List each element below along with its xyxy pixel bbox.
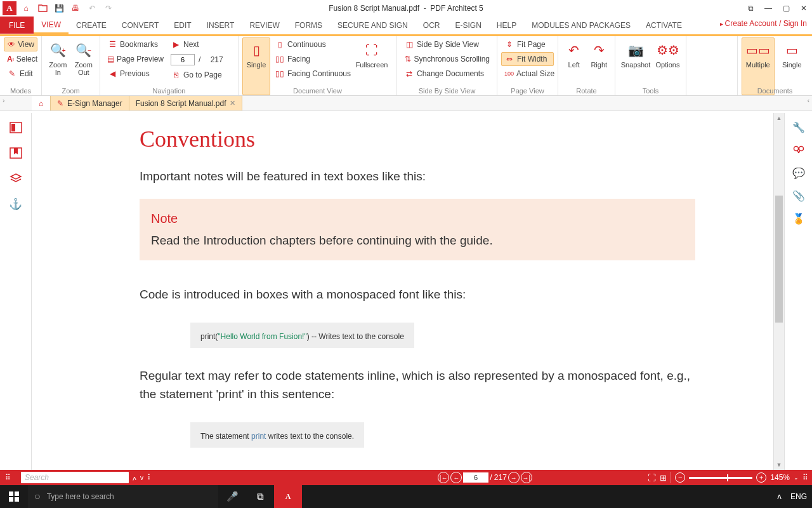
mode-view-button[interactable]: 👁View: [4, 37, 37, 51]
sbs-view-button[interactable]: ◫Side By Side View: [401, 37, 493, 51]
sync-scroll-button[interactable]: ⇅Synchronous Scrolling: [401, 52, 493, 66]
status-page-input[interactable]: [463, 472, 488, 483]
fit-icon[interactable]: ⊞: [660, 473, 667, 483]
tab-home[interactable]: ⌂: [32, 96, 51, 110]
fullscreen-icon[interactable]: ⛶: [648, 473, 656, 483]
last-page-icon[interactable]: →|: [521, 472, 532, 483]
page-nav: |← ← / 217 → →|: [438, 472, 532, 483]
tab-secure[interactable]: SECURE AND SIGN: [330, 17, 416, 34]
zoom-value[interactable]: 145%: [770, 473, 790, 482]
tab-activate[interactable]: ACTIVATE: [638, 17, 690, 34]
tab-review[interactable]: REVIEW: [242, 17, 287, 34]
zoom-in-icon[interactable]: +: [756, 472, 766, 483]
anchor-icon[interactable]: ⚓: [8, 196, 24, 212]
scroll-down-icon[interactable]: ▼: [774, 460, 784, 470]
search-prev-icon[interactable]: ʌ: [133, 474, 136, 481]
layers-icon[interactable]: [8, 170, 24, 187]
actual-size-button[interactable]: 100Actual Size: [501, 67, 554, 81]
search-icon[interactable]: [791, 142, 806, 157]
status-bar: ⠿ Searchʌv⠇ |← ← / 217 → →| ⛶ ⊞ − + 145%…: [0, 470, 812, 485]
print-icon[interactable]: 🖶: [69, 1, 82, 15]
signin-link[interactable]: Create Account / Sign In: [720, 19, 807, 28]
group-pageview-label: Page View: [497, 87, 558, 95]
redo-icon[interactable]: ↷: [102, 1, 115, 15]
comment-icon[interactable]: 💬: [791, 165, 806, 180]
ribbon-toggle-icon[interactable]: ⧉: [742, 1, 759, 15]
mic-icon[interactable]: 🎤: [218, 485, 246, 508]
facing-button[interactable]: ▯▯Facing: [272, 52, 354, 66]
next-page-icon[interactable]: →: [508, 472, 520, 483]
taskview-icon[interactable]: ⧉: [246, 485, 274, 508]
badge-icon[interactable]: 🏅: [791, 211, 806, 226]
facing-continuous-button[interactable]: ▯▯Facing Continuous: [272, 67, 354, 81]
status-dots-icon[interactable]: ⠿: [802, 473, 808, 482]
tab-view[interactable]: VIEW: [34, 17, 69, 34]
tab-forms[interactable]: FORMS: [287, 17, 330, 34]
bookmarks-button[interactable]: ☰Bookmarks: [104, 37, 166, 51]
svg-point-4: [799, 147, 803, 151]
save-icon[interactable]: 💾: [52, 1, 66, 15]
first-page-icon[interactable]: |←: [438, 472, 449, 483]
zoom-dropdown-icon[interactable]: ⌄: [794, 474, 799, 481]
tab-edit[interactable]: EDIT: [166, 17, 199, 34]
search-options-icon[interactable]: ⠇: [147, 473, 153, 482]
tools-icon[interactable]: 🔧: [791, 119, 806, 135]
scroll-up-icon[interactable]: ▲: [774, 113, 784, 123]
tray-expand-icon[interactable]: ʌ: [777, 492, 782, 501]
mode-select-button[interactable]: AISelect: [4, 52, 37, 66]
tab-help[interactable]: HELP: [489, 17, 524, 34]
tab-convert[interactable]: CONVERT: [114, 17, 166, 34]
group-rotate-label: Rotate: [558, 87, 615, 95]
home-icon[interactable]: ⌂: [19, 1, 33, 15]
fit-width-button[interactable]: ⇔Fit Width: [501, 52, 554, 66]
group-sbs-label: Side By Side View: [397, 87, 497, 95]
minimize-icon[interactable]: —: [760, 1, 776, 15]
open-icon[interactable]: [36, 1, 49, 15]
window-title: Fusion 8 Script Manual.pdf - PDF Archite…: [329, 4, 483, 13]
prev-page-icon[interactable]: ←: [450, 472, 462, 483]
svg-rect-10: [15, 497, 19, 502]
maximize-icon[interactable]: ▢: [778, 1, 794, 15]
tab-insert[interactable]: INSERT: [199, 17, 242, 34]
tab-modules[interactable]: MODULES AND PACKAGES: [524, 17, 638, 34]
scroll-thumb[interactable]: [775, 196, 783, 323]
panel-expand-left-icon[interactable]: ›: [3, 97, 4, 104]
tray-lang[interactable]: ENG: [790, 492, 807, 501]
vertical-scrollbar[interactable]: ▲ ▼: [773, 113, 784, 470]
undo-icon[interactable]: ↶: [85, 1, 99, 15]
panel-expand-right-icon[interactable]: ‹: [808, 97, 809, 104]
status-dots-icon[interactable]: ⠿: [5, 473, 11, 482]
taskbar-app-pdfarchitect[interactable]: A: [274, 485, 302, 508]
attachment-icon[interactable]: 📎: [791, 188, 806, 203]
title-bar: A ⌂ 💾 🖶 ↶ ↷ Fusion 8 Script Manual.pdf -…: [0, 0, 812, 17]
page-number-input[interactable]: [171, 54, 195, 65]
tab-esign[interactable]: E-SIGN: [447, 17, 488, 34]
svg-rect-7: [9, 491, 13, 496]
next-button[interactable]: ▶Next: [167, 37, 226, 51]
close-icon[interactable]: ✕: [796, 1, 812, 15]
taskbar-search[interactable]: ○Type here to search: [28, 485, 218, 508]
goto-page-button[interactable]: ⎘Go to Page: [167, 68, 226, 82]
tab-esign-manager[interactable]: ✎E-Sign Manager: [51, 96, 129, 110]
tab-create[interactable]: CREATE: [69, 17, 114, 34]
tab-file[interactable]: FILE: [0, 17, 34, 34]
tab-open-doc[interactable]: Fusion 8 Script Manual.pdf✕: [129, 96, 243, 110]
change-docs-button[interactable]: ⇄Change Documents: [401, 67, 493, 81]
continuous-button[interactable]: ▯Continuous: [272, 37, 354, 51]
start-button[interactable]: [0, 485, 28, 508]
mode-edit-button[interactable]: ✎Edit: [4, 67, 37, 81]
tab-ocr[interactable]: OCR: [416, 17, 448, 34]
fit-page-button[interactable]: ⇕Fit Page: [501, 37, 554, 51]
close-tab-icon[interactable]: ✕: [230, 99, 235, 107]
search-next-icon[interactable]: v: [140, 474, 143, 481]
svg-point-3: [794, 147, 798, 151]
zoom-out-icon[interactable]: −: [675, 472, 685, 483]
thumbnails-icon[interactable]: [8, 119, 24, 136]
group-docview-label: Document View: [239, 87, 396, 95]
zoom-slider[interactable]: [689, 477, 752, 479]
page-preview-button[interactable]: ▤Page Preview: [104, 52, 166, 66]
svg-rect-1: [11, 124, 15, 131]
status-search-input[interactable]: Search: [21, 472, 129, 483]
bookmarks-panel-icon[interactable]: [8, 145, 24, 161]
previous-button[interactable]: ◀Previous: [104, 67, 166, 81]
